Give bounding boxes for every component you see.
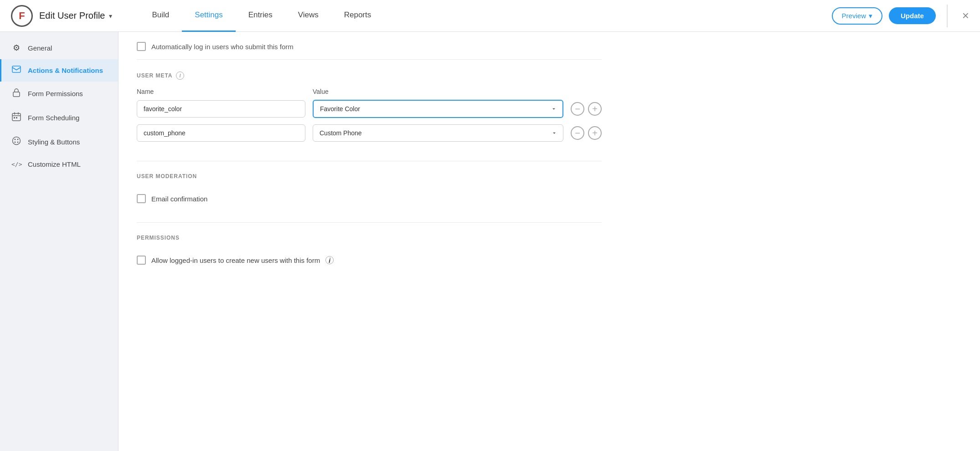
sidebar-item-label-form-permissions: Form Permissions: [28, 90, 83, 97]
email-icon: [11, 66, 21, 75]
user-moderation-section: USER MODERATION Email confirmation: [137, 161, 602, 223]
content-area: Automatically log in users who submit th…: [119, 32, 980, 451]
meta-row-1: Favorite Color Custom Phone Email Userna…: [137, 100, 602, 118]
preview-button[interactable]: Preview ▾: [832, 7, 882, 25]
allow-logged-in-row: Allow logged-in users to create new user…: [137, 249, 602, 271]
meta-add-btn-1[interactable]: +: [588, 102, 602, 116]
meta-col-value: Value: [313, 88, 602, 95]
sidebar-item-general[interactable]: ⚙ General: [0, 36, 118, 59]
email-confirmation-label: Email confirmation: [151, 195, 207, 203]
sidebar-item-form-permissions[interactable]: Form Permissions: [0, 82, 118, 106]
meta-row-2: Favorite Color Custom Phone Email Userna…: [137, 124, 602, 142]
email-confirmation-checkbox[interactable]: [137, 194, 146, 203]
user-meta-info-icon: i: [176, 72, 184, 80]
sidebar-item-label-actions: Actions & Notifications: [28, 67, 103, 74]
meta-col-name: Name: [137, 88, 305, 95]
title-caret[interactable]: ▾: [109, 12, 112, 20]
meta-header: Name Value: [137, 88, 602, 95]
meta-actions-2: − +: [571, 126, 602, 140]
palette-icon: [11, 136, 21, 148]
sidebar-item-label-styling: Styling & Buttons: [28, 138, 80, 146]
allow-logged-in-label: Allow logged-in users to create new user…: [151, 256, 320, 264]
preview-caret-icon: ▾: [869, 12, 872, 20]
meta-name-input-2[interactable]: [137, 124, 305, 142]
app-title: Edit User Profile ▾: [39, 10, 112, 21]
calendar-icon: [11, 112, 21, 123]
user-meta-section: USER META i Name Value Favorite Color Cu…: [137, 60, 602, 161]
update-button[interactable]: Update: [889, 7, 936, 24]
meta-add-btn-2[interactable]: +: [588, 126, 602, 140]
lock-icon: [11, 88, 21, 99]
tab-reports[interactable]: Reports: [331, 0, 384, 32]
topbar-actions: Preview ▾ Update ×: [832, 5, 969, 27]
allow-logged-in-checkbox[interactable]: [137, 256, 146, 265]
permissions-title: PERMISSIONS: [137, 235, 602, 241]
email-confirmation-row: Email confirmation: [137, 188, 602, 210]
sidebar-item-actions-notifications[interactable]: Actions & Notifications: [0, 59, 118, 82]
gear-icon: ⚙: [11, 43, 21, 53]
svg-rect-0: [12, 66, 21, 72]
meta-value-select-1[interactable]: Favorite Color Custom Phone Email Userna…: [313, 100, 563, 118]
svg-rect-4: [16, 117, 17, 118]
sidebar-item-label-html: Customize HTML: [28, 160, 81, 168]
sidebar: ⚙ General Actions & Notifications Form P…: [0, 32, 119, 451]
tab-settings[interactable]: Settings: [182, 0, 235, 32]
svg-point-6: [15, 139, 16, 140]
permissions-info-icon: i: [325, 256, 334, 264]
auto-login-checkbox[interactable]: [137, 42, 146, 51]
code-icon: </>: [11, 161, 21, 168]
meta-remove-btn-2[interactable]: −: [571, 126, 584, 140]
app-logo: F: [11, 5, 33, 27]
main-nav: Build Settings Entries Views Reports: [139, 0, 832, 32]
close-button[interactable]: ×: [962, 9, 969, 23]
meta-name-input-1[interactable]: [137, 100, 305, 118]
content-inner: Automatically log in users who submit th…: [119, 32, 620, 302]
meta-value-select-2[interactable]: Favorite Color Custom Phone Email Userna…: [313, 124, 563, 142]
user-meta-title: USER META i: [137, 72, 602, 80]
sidebar-item-form-scheduling[interactable]: Form Scheduling: [0, 106, 118, 130]
main-layout: ⚙ General Actions & Notifications Form P…: [0, 32, 980, 451]
tab-build[interactable]: Build: [139, 0, 182, 32]
tab-views[interactable]: Views: [285, 0, 331, 32]
sidebar-item-customize-html[interactable]: </> Customize HTML: [0, 154, 118, 174]
svg-point-8: [15, 142, 16, 143]
svg-rect-3: [14, 117, 15, 118]
svg-point-5: [13, 137, 21, 145]
sidebar-item-label-form-scheduling: Form Scheduling: [28, 114, 79, 122]
sidebar-item-styling-buttons[interactable]: Styling & Buttons: [0, 130, 118, 154]
svg-rect-1: [13, 92, 20, 97]
tab-entries[interactable]: Entries: [236, 0, 285, 32]
topbar: F Edit User Profile ▾ Build Settings Ent…: [0, 0, 980, 32]
meta-remove-btn-1[interactable]: −: [571, 102, 584, 116]
auto-login-row: Automatically log in users who submit th…: [137, 32, 602, 60]
sidebar-item-label-general: General: [28, 44, 52, 52]
meta-actions-1: − +: [571, 102, 602, 116]
svg-point-9: [17, 142, 19, 143]
user-moderation-title: USER MODERATION: [137, 173, 602, 179]
topbar-divider: [947, 5, 948, 27]
permissions-section: PERMISSIONS Allow logged-in users to cre…: [137, 223, 602, 284]
auto-login-label: Automatically log in users who submit th…: [151, 43, 294, 51]
svg-point-7: [17, 139, 19, 140]
